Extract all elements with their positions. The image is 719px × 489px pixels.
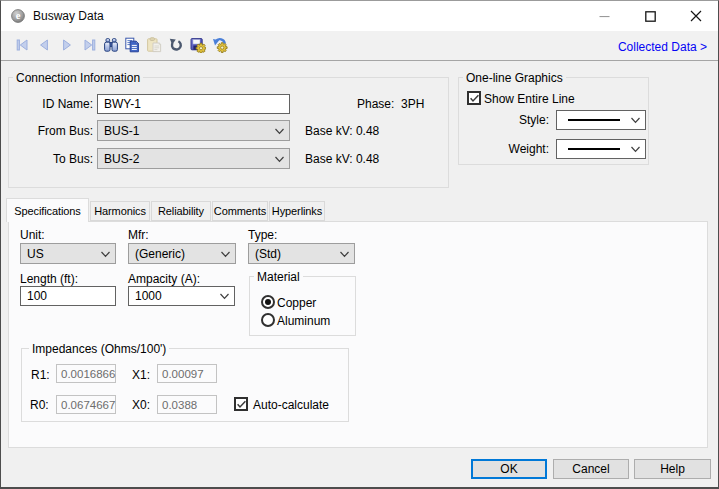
chevron-down-icon — [339, 250, 350, 259]
length-input[interactable]: 100 — [20, 286, 116, 306]
aluminum-radio[interactable] — [261, 313, 275, 327]
restore-settings-icon[interactable] — [212, 37, 228, 53]
weight-label: Weight: — [491, 142, 549, 156]
copy-icon[interactable] — [124, 37, 140, 53]
mfr-label: Mfr: — [128, 228, 149, 242]
tab-reliability[interactable]: Reliability — [151, 201, 211, 221]
style-label: Style: — [491, 113, 549, 127]
paste-icon[interactable] — [146, 37, 162, 53]
type-combo[interactable]: (Std) — [248, 243, 355, 264]
window-title: Busway Data — [33, 9, 104, 23]
help-button[interactable]: Help — [634, 459, 711, 479]
ampacity-combo[interactable]: 1000 — [128, 286, 235, 306]
to-bus-label: To Bus: — [21, 152, 93, 166]
type-label: Type: — [248, 228, 277, 242]
auto-calculate-label: Auto-calculate — [253, 398, 329, 412]
chevron-down-icon — [630, 145, 641, 154]
chevron-down-icon — [274, 155, 285, 164]
chevron-down-icon — [274, 127, 285, 136]
x1-input[interactable]: 0.00097 — [157, 364, 217, 383]
from-bus-combo[interactable]: BUS-1 — [97, 120, 290, 141]
minimize-icon — [599, 11, 610, 22]
impedances-legend: Impedances (Ohms/100') — [29, 342, 169, 356]
x0-input[interactable]: 0.0388 — [157, 395, 217, 414]
auto-calculate-checkbox[interactable] — [234, 397, 248, 411]
collected-data-link[interactable]: Collected Data > — [618, 40, 707, 54]
style-combo[interactable] — [556, 110, 646, 130]
id-name-input[interactable]: BWY-1 — [97, 94, 290, 114]
maximize-button[interactable] — [627, 1, 673, 31]
show-entire-line-checkbox[interactable] — [467, 91, 481, 105]
check-icon — [468, 92, 481, 105]
busway-data-dialog: e Busway Data — [0, 0, 719, 489]
find-icon[interactable] — [103, 37, 119, 53]
aluminum-label: Aluminum — [277, 314, 330, 328]
length-label: Length (ft): — [20, 272, 78, 286]
from-base-kv: Base kV: 0.48 — [305, 124, 379, 138]
nav-first-icon[interactable] — [14, 37, 30, 53]
ampacity-label: Ampacity (A): — [128, 272, 200, 286]
cancel-button[interactable]: Cancel — [553, 459, 629, 479]
nav-next-icon[interactable] — [59, 37, 75, 53]
maximize-icon — [645, 11, 656, 22]
chevron-down-icon — [220, 250, 231, 259]
toolbar: Collected Data > — [1, 31, 718, 61]
weight-combo[interactable] — [556, 139, 646, 159]
unit-combo[interactable]: US — [20, 243, 116, 264]
show-entire-line-label: Show Entire Line — [484, 92, 575, 106]
r0-label: R0: — [30, 398, 49, 412]
ok-button[interactable]: OK — [471, 459, 547, 479]
one-line-graphics-legend: One-line Graphics — [463, 71, 566, 85]
phase-value: 3PH — [401, 97, 424, 111]
unit-label: Unit: — [20, 228, 45, 242]
close-icon — [690, 10, 702, 22]
nav-last-icon[interactable] — [82, 37, 98, 53]
tab-harmonics[interactable]: Harmonics — [90, 201, 150, 221]
to-bus-combo[interactable]: BUS-2 — [97, 148, 290, 169]
app-icon-glyph: e — [16, 10, 21, 21]
from-bus-label: From Bus: — [21, 124, 93, 138]
chevron-down-icon — [630, 116, 641, 125]
tab-comments[interactable]: Comments — [212, 201, 268, 221]
check-icon — [235, 398, 248, 411]
x1-label: X1: — [132, 368, 150, 382]
r1-label: R1: — [31, 368, 50, 382]
undo-icon[interactable] — [168, 37, 184, 53]
r0-input[interactable]: 0.0674667 — [56, 395, 116, 414]
tab-specifications[interactable]: Specifications — [6, 198, 89, 222]
r1-input[interactable]: 0.0016866 — [56, 364, 116, 383]
tab-hyperlinks[interactable]: Hyperlinks — [269, 201, 325, 221]
nav-previous-icon[interactable] — [36, 37, 52, 53]
close-button[interactable] — [673, 1, 719, 31]
mfr-combo[interactable]: (Generic) — [128, 243, 236, 264]
to-base-kv: Base kV: 0.48 — [305, 152, 379, 166]
connection-information-legend: Connection Information — [13, 71, 143, 85]
app-icon: e — [11, 9, 25, 23]
copper-label: Copper — [277, 296, 316, 310]
material-legend: Material — [254, 270, 303, 284]
specifications-tab-page: Unit: US Mfr: (Generic) Type: (Std) Leng… — [8, 221, 708, 448]
phase-label: Phase: 3PH — [357, 97, 424, 111]
save-settings-icon[interactable] — [190, 37, 206, 53]
id-name-label: ID Name: — [21, 97, 93, 111]
x0-label: X0: — [132, 398, 150, 412]
chevron-down-icon — [219, 292, 230, 301]
title-bar: e Busway Data — [1, 1, 718, 31]
line-weight-swatch — [568, 148, 620, 150]
chevron-down-icon — [100, 250, 111, 259]
minimize-button[interactable] — [581, 1, 627, 31]
copper-radio[interactable] — [261, 295, 275, 309]
line-style-swatch — [568, 119, 620, 121]
